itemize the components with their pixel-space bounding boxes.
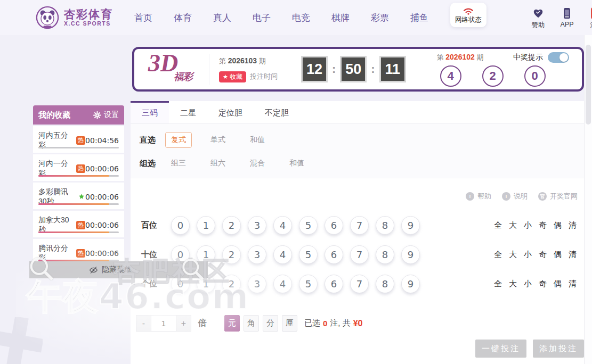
quick-option-清[interactable]: 清 [569, 250, 577, 260]
scrollbar-thumb[interactable] [586, 45, 591, 125]
digit-button-6[interactable]: 6 [325, 216, 343, 235]
favorites-sidebar: 我的收藏 设置 河内五分彩热00:04:56河内一分彩热00:00:06多彩腾讯… [33, 105, 124, 266]
option-复式[interactable]: 复式 [165, 132, 192, 148]
nav-item-3[interactable]: 真人 [213, 12, 231, 24]
help-link-开奖官网[interactable]: 官开奖官网 [538, 192, 578, 201]
digit-button-5[interactable]: 5 [299, 245, 318, 264]
lottery-item[interactable]: 河内一分彩热00:00:06 [33, 154, 124, 181]
selected-count: 0 [323, 319, 327, 328]
digit-button-3[interactable]: 3 [248, 275, 266, 293]
digit-button-2[interactable]: 2 [222, 245, 241, 264]
unit-分[interactable]: 分 [263, 315, 278, 332]
nav-item-7[interactable]: 彩票 [371, 12, 389, 24]
quick-option-大[interactable]: 大 [509, 279, 517, 289]
brand[interactable]: 杏彩体育 X.CC SPORTS [35, 5, 113, 30]
quick-option-小[interactable]: 小 [524, 279, 532, 289]
digit-button-4[interactable]: 4 [273, 245, 292, 264]
nav-item-5[interactable]: 电竞 [292, 12, 310, 24]
new-badge-star-icon [78, 193, 85, 201]
digit-button-8[interactable]: 8 [376, 245, 394, 264]
multiplier-increase-button[interactable]: + [176, 315, 191, 332]
quick-option-全[interactable]: 全 [494, 279, 502, 289]
settings-button[interactable]: 设置 [93, 110, 119, 120]
play-method-section: 直选 复式单式和值 组选 组三组六混合和值 [131, 124, 584, 178]
quick-option-奇[interactable]: 奇 [539, 279, 547, 289]
digit-button-1[interactable]: 1 [197, 216, 215, 235]
nav-item-2[interactable]: 体育 [174, 12, 192, 24]
help-link-帮助[interactable]: !帮助 [466, 192, 491, 201]
tab-定位胆[interactable]: 定位胆 [207, 101, 254, 123]
digit-button-4[interactable]: 4 [273, 275, 292, 293]
digit-button-0[interactable]: 0 [171, 216, 190, 235]
add-bet-button[interactable]: 添加投注 [533, 340, 584, 358]
quick-option-偶[interactable]: 偶 [554, 220, 562, 230]
quick-option-大[interactable]: 大 [509, 250, 517, 260]
digit-button-9[interactable]: 9 [401, 275, 420, 293]
tab-二星[interactable]: 二星 [169, 101, 207, 123]
tab-三码[interactable]: 三码 [131, 101, 169, 123]
quick-option-小[interactable]: 小 [524, 250, 532, 260]
help-link-说明[interactable]: !说明 [502, 192, 528, 201]
digit-button-5[interactable]: 5 [299, 216, 318, 235]
digit-button-3[interactable]: 3 [248, 216, 266, 235]
quick-bet-button[interactable]: 一键投注 [475, 340, 526, 358]
digit-button-5[interactable]: 5 [299, 275, 318, 293]
option-和值[interactable]: 和值 [283, 155, 310, 171]
sponsor-label: 赞助 [532, 21, 545, 30]
digit-button-4[interactable]: 4 [273, 216, 292, 235]
win-tip-toggle[interactable] [548, 52, 569, 63]
digit-button-6[interactable]: 6 [325, 275, 343, 293]
quick-option-小[interactable]: 小 [524, 220, 532, 230]
multiplier-input[interactable] [151, 315, 176, 332]
sponsor-button[interactable]: 赞助 [529, 7, 548, 30]
digit-button-3[interactable]: 3 [248, 245, 266, 264]
network-status-button[interactable]: 网络状态 [450, 3, 486, 27]
lottery-item[interactable]: 加拿大30秒热00:00:06 [33, 211, 124, 237]
option-组六[interactable]: 组六 [205, 155, 231, 171]
lottery-item[interactable]: 多彩腾讯30秒00:00:06 [33, 183, 124, 209]
quick-option-清[interactable]: 清 [569, 279, 577, 289]
unit-厘[interactable]: 厘 [282, 315, 297, 332]
digit-button-6[interactable]: 6 [325, 245, 343, 264]
app-button[interactable]: APP [558, 7, 575, 28]
nav-item-1[interactable]: 首页 [134, 12, 152, 24]
quick-option-奇[interactable]: 奇 [539, 250, 547, 260]
digit-button-7[interactable]: 7 [350, 216, 369, 235]
digit-button-9[interactable]: 9 [401, 216, 420, 235]
nav-item-8[interactable]: 捕鱼 [410, 12, 428, 24]
digit-button-2[interactable]: 2 [222, 275, 241, 293]
nav-item-4[interactable]: 电子 [253, 12, 271, 24]
favorite-badge[interactable]: ★ 收藏 [219, 71, 246, 82]
quick-option-全[interactable]: 全 [494, 250, 502, 260]
quick-option-清[interactable]: 清 [569, 220, 577, 230]
page-scrollbar[interactable] [584, 35, 592, 364]
digit-button-9[interactable]: 9 [401, 245, 420, 264]
nav-item-6[interactable]: 棋牌 [331, 12, 350, 24]
unit-元[interactable]: 元 [224, 315, 240, 332]
option-混合[interactable]: 混合 [244, 155, 271, 171]
option-单式[interactable]: 单式 [205, 132, 231, 148]
option-和值[interactable]: 和值 [244, 132, 271, 148]
digit-button-8[interactable]: 8 [376, 216, 394, 235]
quick-option-大[interactable]: 大 [509, 220, 517, 230]
unit-角[interactable]: 角 [244, 315, 259, 332]
hide-menu-bar[interactable]: 隐藏菜单 [29, 261, 208, 278]
digit-button-2[interactable]: 2 [222, 216, 241, 235]
tab-不定胆[interactable]: 不定胆 [254, 101, 300, 123]
promo-button[interactable]: 活动 [585, 7, 592, 30]
quick-option-偶[interactable]: 偶 [554, 250, 562, 260]
progress-bar [38, 147, 119, 148]
digit-button-8[interactable]: 8 [376, 275, 394, 293]
quick-option-奇[interactable]: 奇 [539, 220, 547, 230]
lottery-item[interactable]: 河内五分彩热00:04:56 [33, 126, 124, 153]
quick-option-全[interactable]: 全 [494, 220, 502, 230]
help-link-label: 开奖官网 [550, 192, 578, 201]
digit-button-7[interactable]: 7 [350, 245, 369, 264]
gear-icon [93, 111, 101, 119]
multiplier-decrease-button[interactable]: - [136, 315, 151, 332]
top-header: 杏彩体育 X.CC SPORTS 首页体育真人电子电竞棋牌彩票捕鱼 网络状态 赞… [0, 0, 592, 35]
digit-button-7[interactable]: 7 [350, 275, 369, 293]
progress-bar [38, 203, 119, 205]
quick-option-偶[interactable]: 偶 [554, 279, 562, 289]
option-组三[interactable]: 组三 [165, 155, 192, 171]
